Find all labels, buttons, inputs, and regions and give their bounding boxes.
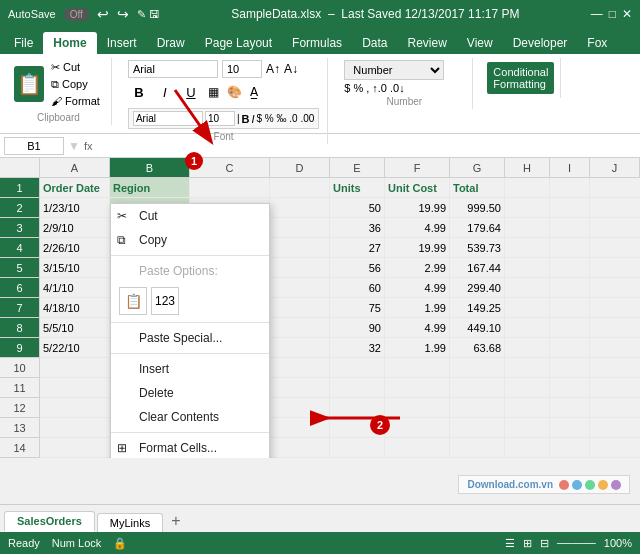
cell-e6[interactable]: 60 (330, 278, 385, 297)
autosave-toggle[interactable]: Off (64, 8, 89, 21)
cell-d13[interactable] (270, 418, 330, 437)
cell-e3[interactable]: 36 (330, 218, 385, 237)
cell-d5[interactable] (270, 258, 330, 277)
view-normal-icon[interactable]: ☰ (505, 537, 515, 550)
ctx-cut[interactable]: ✂ Cut (111, 204, 269, 228)
cell-i14[interactable] (550, 438, 590, 457)
italic-button[interactable]: I (154, 81, 176, 103)
cell-a10[interactable] (40, 358, 110, 377)
cell-e1[interactable]: Units (330, 178, 385, 197)
cell-g6[interactable]: 299.40 (450, 278, 505, 297)
cell-i12[interactable] (550, 398, 590, 417)
cell-h7[interactable] (505, 298, 550, 317)
cell-f7[interactable]: 1.99 (385, 298, 450, 317)
cell-e2[interactable]: 50 (330, 198, 385, 217)
cell-g9[interactable]: 63.68 (450, 338, 505, 357)
col-header-f[interactable]: F (385, 158, 450, 177)
col-header-a[interactable]: A (40, 158, 110, 177)
cell-h5[interactable] (505, 258, 550, 277)
cut-button[interactable]: ✂ Cut (48, 60, 103, 75)
col-header-b[interactable]: B (110, 158, 190, 177)
cell-e5[interactable]: 56 (330, 258, 385, 277)
cell-a11[interactable] (40, 378, 110, 397)
bold-button[interactable]: B (128, 81, 150, 103)
col-header-j[interactable]: J (590, 158, 640, 177)
cell-h13[interactable] (505, 418, 550, 437)
cell-a5[interactable]: 3/15/10 (40, 258, 110, 277)
tab-view[interactable]: View (457, 32, 503, 54)
secondary-italic[interactable]: I (251, 113, 254, 125)
cell-a6[interactable]: 4/1/10 (40, 278, 110, 297)
cell-f8[interactable]: 4.99 (385, 318, 450, 337)
tab-formulas[interactable]: Formulas (282, 32, 352, 54)
cell-e9[interactable]: 32 (330, 338, 385, 357)
cell-h12[interactable] (505, 398, 550, 417)
cell-d10[interactable] (270, 358, 330, 377)
col-header-g[interactable]: G (450, 158, 505, 177)
cell-i10[interactable] (550, 358, 590, 377)
cell-e7[interactable]: 75 (330, 298, 385, 317)
cell-f4[interactable]: 19.99 (385, 238, 450, 257)
col-header-e[interactable]: E (330, 158, 385, 177)
cell-g7[interactable]: 149.25 (450, 298, 505, 317)
tab-home[interactable]: Home (43, 32, 96, 54)
row-header-13[interactable]: 13 (0, 418, 39, 438)
cell-i7[interactable] (550, 298, 590, 317)
ctx-delete[interactable]: Delete (111, 381, 269, 405)
secondary-size-dropdown[interactable] (205, 111, 235, 126)
cell-d6[interactable] (270, 278, 330, 297)
cell-g1[interactable]: Total (450, 178, 505, 197)
cell-c1[interactable] (190, 178, 270, 197)
row-header-9[interactable]: 9 (0, 338, 39, 358)
cell-d14[interactable] (270, 438, 330, 457)
ctx-clear-contents[interactable]: Clear Contents (111, 405, 269, 429)
cell-d8[interactable] (270, 318, 330, 337)
cell-g13[interactable] (450, 418, 505, 437)
conditional-formatting-button[interactable]: ConditionalFormatting (487, 62, 554, 94)
paste-option-2[interactable]: 123 (151, 287, 179, 315)
row-header-3[interactable]: 3 (0, 218, 39, 238)
cell-a9[interactable]: 5/22/10 (40, 338, 110, 357)
cell-d4[interactable] (270, 238, 330, 257)
secondary-font-dropdown[interactable] (133, 111, 203, 126)
decrease-font-button[interactable]: A↓ (284, 62, 298, 76)
add-sheet-button[interactable]: + (165, 510, 186, 532)
tab-file[interactable]: File (4, 32, 43, 54)
cell-i4[interactable] (550, 238, 590, 257)
cell-g14[interactable] (450, 438, 505, 457)
cell-i11[interactable] (550, 378, 590, 397)
ctx-paste-special[interactable]: Paste Special... (111, 326, 269, 350)
cell-i9[interactable] (550, 338, 590, 357)
col-header-h[interactable]: H (505, 158, 550, 177)
cell-f3[interactable]: 4.99 (385, 218, 450, 237)
cell-h6[interactable] (505, 278, 550, 297)
cell-a14[interactable] (40, 438, 110, 457)
cell-f1[interactable]: Unit Cost (385, 178, 450, 197)
cell-h4[interactable] (505, 238, 550, 257)
row-header-4[interactable]: 4 (0, 238, 39, 258)
cell-h10[interactable] (505, 358, 550, 377)
tab-data[interactable]: Data (352, 32, 397, 54)
tab-page-layout[interactable]: Page Layout (195, 32, 282, 54)
cell-d2[interactable] (270, 198, 330, 217)
cell-g10[interactable] (450, 358, 505, 377)
cell-a2[interactable]: 1/23/10 (40, 198, 110, 217)
cell-g4[interactable]: 539.73 (450, 238, 505, 257)
col-header-d[interactable]: D (270, 158, 330, 177)
cell-h8[interactable] (505, 318, 550, 337)
cell-a3[interactable]: 2/9/10 (40, 218, 110, 237)
tab-insert[interactable]: Insert (97, 32, 147, 54)
cell-b1[interactable]: Region (110, 178, 190, 197)
cell-f9[interactable]: 1.99 (385, 338, 450, 357)
row-header-10[interactable]: 10 (0, 358, 39, 378)
cell-i6[interactable] (550, 278, 590, 297)
redo-icon[interactable]: ↪ (117, 6, 129, 22)
paste-option-1[interactable]: 📋 (119, 287, 147, 315)
row-header-11[interactable]: 11 (0, 378, 39, 398)
cell-g11[interactable] (450, 378, 505, 397)
cell-h11[interactable] (505, 378, 550, 397)
cell-h2[interactable] (505, 198, 550, 217)
cell-f5[interactable]: 2.99 (385, 258, 450, 277)
cell-d11[interactable] (270, 378, 330, 397)
increase-font-button[interactable]: A↑ (266, 62, 280, 76)
